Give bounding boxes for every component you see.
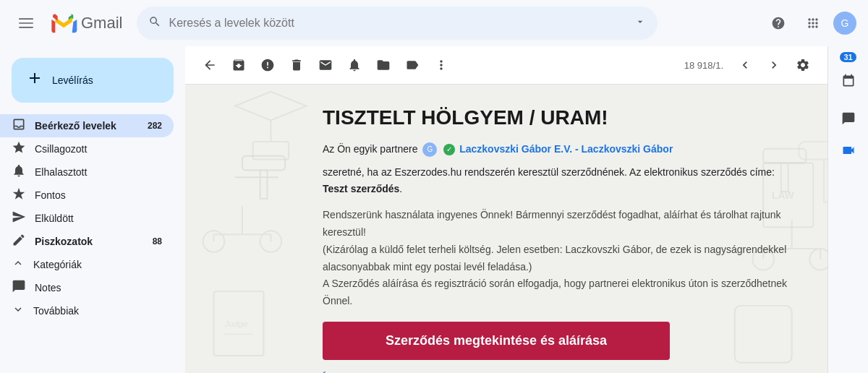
search-input[interactable] xyxy=(169,17,627,30)
inbox-icon xyxy=(12,117,26,135)
svg-rect-2 xyxy=(19,27,33,28)
right-panel: 31 xyxy=(827,46,868,373)
snoozed-label: Elhalasztott xyxy=(35,166,162,178)
gmail-logo: Gmail xyxy=(49,9,122,38)
sidebar-item-important[interactable]: Fontos xyxy=(0,184,174,207)
notes-label: Notes xyxy=(35,282,162,293)
categories-label: Kategóriák xyxy=(33,259,82,270)
page-info: 18 918/1. xyxy=(678,60,729,71)
more-actions-button[interactable] xyxy=(428,52,454,78)
sidebar-item-snoozed[interactable]: Elhalasztott xyxy=(0,160,174,184)
snoozed-icon xyxy=(12,163,26,181)
compose-label: Levélírás xyxy=(52,74,93,86)
starred-icon xyxy=(12,140,26,158)
gmail-wordmark: Gmail xyxy=(81,14,122,33)
partner-avatar: G xyxy=(422,142,437,157)
email-title: TISZTELT HÖLGYEM / URAM! xyxy=(323,106,799,129)
meet-button[interactable] xyxy=(834,136,863,165)
apps-button[interactable] xyxy=(799,9,827,38)
inbox-label: Beérkező levelek xyxy=(35,120,139,132)
important-icon xyxy=(12,186,26,205)
more-label: Továbbiak xyxy=(33,305,79,317)
main-layout: Levélírás Beérkező levelek 282 Csillagoz… xyxy=(0,46,868,373)
sidebar-item-sent[interactable]: Elküldött xyxy=(0,207,174,230)
drafts-badge: 88 xyxy=(148,236,162,246)
categories-expand-icon xyxy=(12,257,25,273)
svg-rect-0 xyxy=(19,18,33,20)
toolbar-right: 18 918/1. xyxy=(678,52,816,78)
email-area: 18 918/1. xyxy=(185,46,827,373)
email-toolbar: 18 918/1. xyxy=(185,46,827,85)
search-dropdown-icon[interactable] xyxy=(634,16,646,30)
sent-label: Elküldött xyxy=(35,213,162,224)
starred-label: Csillagozott xyxy=(35,143,162,155)
compose-plus-icon xyxy=(26,69,43,91)
sent-icon xyxy=(12,210,26,228)
email-background: Judge xyxy=(185,85,827,373)
archive-button[interactable] xyxy=(226,52,252,78)
drafts-label: Piszkozatok xyxy=(35,236,139,247)
more-header[interactable]: Továbbiak xyxy=(0,299,174,322)
move-button[interactable] xyxy=(370,52,396,78)
verified-badge: ✓ xyxy=(443,144,455,155)
top-bar: Gmail G xyxy=(0,0,868,46)
next-email-button[interactable] xyxy=(761,52,787,78)
sidebar-item-drafts[interactable]: Piszkozatok 88 xyxy=(0,230,174,253)
sidebar-item-notes[interactable]: Notes xyxy=(0,276,174,299)
search-icon xyxy=(148,15,161,32)
inbox-badge: 282 xyxy=(148,121,162,131)
email-button[interactable] xyxy=(312,52,339,78)
delete-button[interactable] xyxy=(284,52,310,78)
cta-button[interactable]: Szerződés megtekintése és aláírása xyxy=(323,322,670,360)
categories-header[interactable]: Kategóriák xyxy=(0,253,174,276)
chat-button[interactable] xyxy=(834,104,863,133)
sidebar-item-inbox[interactable]: Beérkező levelek 282 xyxy=(0,114,174,137)
settings-button[interactable] xyxy=(790,52,816,78)
important-label: Fontos xyxy=(35,189,162,201)
email-description: Rendszerünk használata ingyenes Önnek! B… xyxy=(323,207,799,310)
top-right-icons: G xyxy=(764,9,856,38)
email-intro2: szeretné, ha az Eszerzodes.hu rendszerén… xyxy=(323,164,799,197)
notes-icon xyxy=(12,279,26,297)
hamburger-menu-button[interactable] xyxy=(12,9,41,38)
sidebar: Levélírás Beérkező levelek 282 Csillagoz… xyxy=(0,46,185,373)
svg-rect-1 xyxy=(19,22,33,24)
email-intro: Az Ön egyik partnere G ✓ Laczkovszki Gáb… xyxy=(323,141,799,157)
avatar[interactable]: G xyxy=(833,12,856,35)
report-button[interactable] xyxy=(255,52,281,78)
search-bar[interactable] xyxy=(137,7,658,40)
help-button[interactable] xyxy=(764,9,793,38)
label-button[interactable] xyxy=(399,52,425,78)
calendar-button[interactable] xyxy=(834,67,863,95)
calendar-badge: 31 xyxy=(840,52,856,62)
drafts-icon xyxy=(12,233,26,251)
email-body: Judge xyxy=(185,85,827,373)
snooze-button[interactable] xyxy=(341,52,367,78)
partner-name: Laczkovszki Gábor E.V. - Laczkovszki Gáb… xyxy=(459,143,673,155)
compose-button[interactable]: Levélírás xyxy=(12,58,174,103)
prev-email-button[interactable] xyxy=(732,52,758,78)
sidebar-item-starred[interactable]: Csillagozott xyxy=(0,137,174,160)
more-expand-icon xyxy=(12,303,25,320)
back-button[interactable] xyxy=(197,52,223,78)
